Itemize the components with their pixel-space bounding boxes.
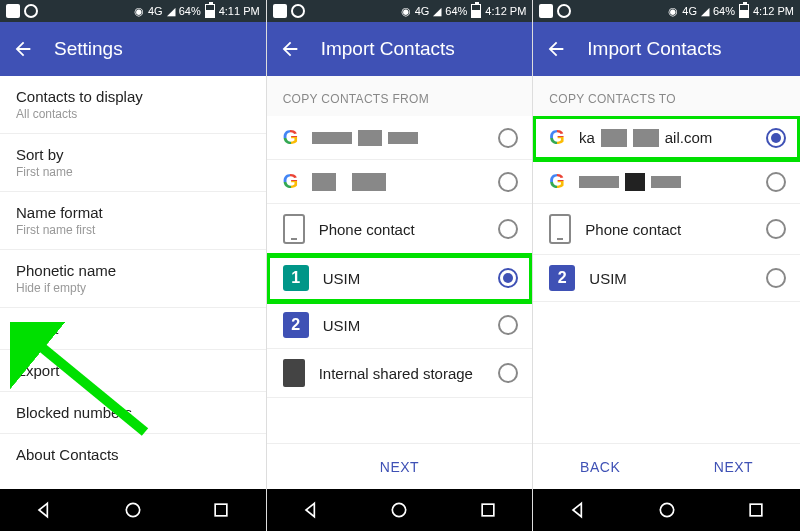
status-bar: ◉ 4G ◢ 64% 4:11 PM: [0, 0, 266, 22]
item-sort-by[interactable]: Sort by First name: [0, 134, 266, 192]
radio[interactable]: [498, 363, 518, 383]
item-about-contacts[interactable]: About Contacts: [0, 434, 266, 475]
item-phonetic-name[interactable]: Phonetic name Hide if empty: [0, 250, 266, 308]
svg-rect-1: [216, 504, 228, 516]
battery-icon: [739, 4, 749, 18]
system-navbar: [267, 489, 533, 531]
wifi-icon: ◉: [401, 5, 411, 18]
nav-back-icon[interactable]: [568, 500, 588, 520]
network-label: 4G: [148, 5, 163, 17]
source-label: USIM: [323, 270, 485, 287]
source-label: Internal shared storage: [319, 365, 485, 382]
radio[interactable]: [498, 128, 518, 148]
storage-icon: [283, 359, 305, 387]
target-label: USIM: [589, 270, 752, 287]
radio[interactable]: [498, 219, 518, 239]
notif-icon: [6, 4, 20, 18]
svg-point-2: [393, 503, 406, 516]
source-list: G G Phone contact 1 USIM 2 USIM: [267, 116, 533, 443]
signal-icon: ◢: [433, 5, 441, 18]
settings-list: Contacts to display All contacts Sort by…: [0, 76, 266, 489]
signal-icon: ◢: [701, 5, 709, 18]
google-icon: G: [549, 170, 565, 193]
back-icon[interactable]: [12, 38, 34, 60]
source-google-1[interactable]: G: [267, 116, 533, 160]
back-icon[interactable]: [279, 38, 301, 60]
svg-rect-5: [750, 504, 762, 516]
sim-2-icon: 2: [283, 312, 309, 338]
battery-icon: [471, 4, 481, 18]
target-google-2[interactable]: G: [533, 160, 800, 204]
wifi-icon: ◉: [134, 5, 144, 18]
radio[interactable]: [498, 268, 518, 288]
source-usim-2[interactable]: 2 USIM: [267, 302, 533, 349]
source-phone-contact[interactable]: Phone contact: [267, 204, 533, 255]
radio[interactable]: [498, 315, 518, 335]
nav-back-icon[interactable]: [301, 500, 321, 520]
item-import[interactable]: Import: [0, 308, 266, 350]
nav-home-icon[interactable]: [657, 500, 677, 520]
notif-icon-2: [24, 4, 38, 18]
nav-recent-icon[interactable]: [746, 500, 766, 520]
source-usim-1[interactable]: 1 USIM: [267, 255, 533, 302]
target-label: ka ail.com: [579, 129, 752, 147]
notif-icon: [273, 4, 287, 18]
google-icon: G: [283, 126, 299, 149]
source-label: Phone contact: [319, 221, 485, 238]
notif-icon: [539, 4, 553, 18]
sim-1-icon: 1: [283, 265, 309, 291]
item-blocked-numbers[interactable]: Blocked numbers: [0, 392, 266, 434]
battery-pct: 64%: [445, 5, 467, 17]
back-button[interactable]: BACK: [580, 459, 620, 475]
next-button[interactable]: NEXT: [714, 459, 753, 475]
nav-home-icon[interactable]: [389, 500, 409, 520]
import-from-screen: ◉ 4G ◢ 64% 4:12 PM Import Contacts COPY …: [267, 0, 534, 531]
status-bar: ◉ 4G ◢ 64% 4:12 PM: [533, 0, 800, 22]
source-label: [312, 173, 484, 191]
source-internal-storage[interactable]: Internal shared storage: [267, 349, 533, 398]
signal-icon: ◢: [167, 5, 175, 18]
sim-2-icon: 2: [549, 265, 575, 291]
footer-buttons: NEXT: [267, 443, 533, 489]
battery-pct: 64%: [179, 5, 201, 17]
radio[interactable]: [766, 268, 786, 288]
item-contacts-to-display[interactable]: Contacts to display All contacts: [0, 76, 266, 134]
target-usim-2[interactable]: 2 USIM: [533, 255, 800, 302]
target-google-1[interactable]: G ka ail.com: [533, 116, 800, 160]
page-title: Settings: [54, 38, 123, 60]
settings-screen: ◉ 4G ◢ 64% 4:11 PM Settings Contacts to …: [0, 0, 267, 531]
system-navbar: [533, 489, 800, 531]
radio[interactable]: [766, 219, 786, 239]
item-export[interactable]: Export: [0, 350, 266, 392]
subheader: COPY CONTACTS FROM: [267, 76, 533, 116]
google-icon: G: [283, 170, 299, 193]
item-name-format[interactable]: Name format First name first: [0, 192, 266, 250]
source-google-2[interactable]: G: [267, 160, 533, 204]
next-button[interactable]: NEXT: [380, 459, 419, 475]
svg-point-4: [660, 503, 673, 516]
target-list: G ka ail.com G Phone contact: [533, 116, 800, 443]
import-to-screen: ◉ 4G ◢ 64% 4:12 PM Import Contacts COPY …: [533, 0, 800, 531]
nav-recent-icon[interactable]: [478, 500, 498, 520]
nav-home-icon[interactable]: [123, 500, 143, 520]
nav-back-icon[interactable]: [34, 500, 54, 520]
page-title: Import Contacts: [587, 38, 721, 60]
page-title: Import Contacts: [321, 38, 455, 60]
phone-icon: [549, 214, 571, 244]
clock: 4:12 PM: [485, 5, 526, 17]
radio[interactable]: [766, 128, 786, 148]
battery-icon: [205, 4, 215, 18]
appbar: Import Contacts: [533, 22, 800, 76]
network-label: 4G: [415, 5, 430, 17]
appbar: Settings: [0, 22, 266, 76]
svg-rect-3: [482, 504, 494, 516]
back-icon[interactable]: [545, 38, 567, 60]
target-phone-contact[interactable]: Phone contact: [533, 204, 800, 255]
status-bar: ◉ 4G ◢ 64% 4:12 PM: [267, 0, 533, 22]
battery-pct: 64%: [713, 5, 735, 17]
radio[interactable]: [766, 172, 786, 192]
clock: 4:11 PM: [219, 5, 260, 17]
notif-icon-2: [291, 4, 305, 18]
radio[interactable]: [498, 172, 518, 192]
nav-recent-icon[interactable]: [211, 500, 231, 520]
